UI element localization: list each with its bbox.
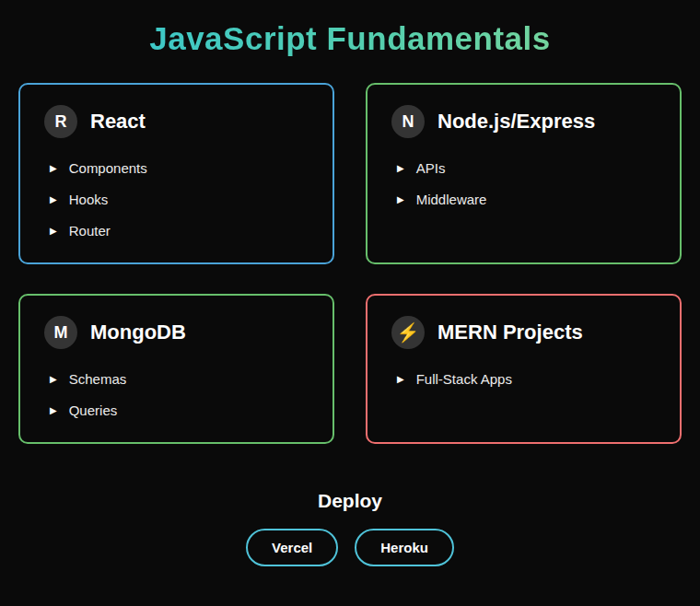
list-item[interactable]: ▶ Components	[50, 158, 309, 178]
triangle-bullet-icon: ▶	[397, 158, 404, 178]
triangle-bullet-icon: ▶	[50, 369, 57, 389]
deploy-heading: Deploy	[0, 490, 700, 512]
triangle-bullet-icon: ▶	[397, 369, 404, 389]
list-item[interactable]: ▶ Hooks	[50, 190, 309, 209]
triangle-bullet-icon: ▶	[50, 158, 57, 178]
react-icon: R	[44, 105, 77, 138]
heroku-button[interactable]: Heroku	[355, 529, 454, 566]
list-item[interactable]: ▶ Middleware	[397, 190, 656, 209]
topic-label: Middleware	[416, 190, 487, 209]
topic-label: Router	[69, 221, 111, 240]
card-react: R React ▶ Components ▶ Hooks ▶ Router	[18, 83, 334, 264]
card-mongodb-items: ▶ Schemas ▶ Queries	[44, 369, 309, 420]
topic-label: Hooks	[69, 190, 109, 209]
topic-label: Components	[69, 158, 147, 178]
list-item[interactable]: ▶ APIs	[397, 158, 656, 178]
triangle-bullet-icon: ▶	[50, 401, 57, 420]
card-mern-items: ▶ Full-Stack Apps	[391, 369, 656, 389]
card-react-header: R React	[44, 105, 309, 138]
deploy-section: Deploy Vercel Heroku	[0, 490, 700, 566]
card-title: Node.js/Express	[438, 110, 595, 134]
card-title: MERN Projects	[438, 320, 583, 344]
list-item[interactable]: ▶ Full-Stack Apps	[397, 369, 656, 389]
lightning-icon: ⚡	[391, 316, 425, 349]
card-node: N Node.js/Express ▶ APIs ▶ Middleware	[366, 83, 682, 264]
mongodb-icon: M	[44, 316, 77, 349]
list-item[interactable]: ▶ Queries	[50, 401, 309, 420]
card-mongodb: M MongoDB ▶ Schemas ▶ Queries	[18, 294, 334, 444]
topic-label: Full-Stack Apps	[416, 369, 512, 389]
page-title: JavaScript Fundamentals	[0, 20, 700, 57]
card-title: MongoDB	[90, 320, 186, 344]
card-title: React	[90, 110, 146, 134]
node-icon: N	[391, 105, 425, 138]
card-mern-header: ⚡ MERN Projects	[391, 316, 656, 349]
list-item[interactable]: ▶ Schemas	[50, 369, 309, 389]
vercel-button[interactable]: Vercel	[246, 529, 338, 566]
triangle-bullet-icon: ▶	[50, 190, 57, 209]
triangle-bullet-icon: ▶	[397, 190, 404, 209]
list-item[interactable]: ▶ Router	[50, 221, 309, 240]
card-node-items: ▶ APIs ▶ Middleware	[391, 158, 656, 209]
card-mongodb-header: M MongoDB	[44, 316, 309, 349]
topic-label: APIs	[416, 158, 446, 178]
card-node-header: N Node.js/Express	[391, 105, 656, 138]
card-mern: ⚡ MERN Projects ▶ Full-Stack Apps	[366, 294, 682, 444]
triangle-bullet-icon: ▶	[50, 221, 57, 240]
topic-label: Queries	[69, 401, 118, 420]
cards-grid: R React ▶ Components ▶ Hooks ▶ Router N …	[18, 83, 682, 444]
topic-label: Schemas	[69, 369, 127, 389]
deploy-buttons: Vercel Heroku	[0, 529, 700, 566]
card-react-items: ▶ Components ▶ Hooks ▶ Router	[44, 158, 309, 240]
